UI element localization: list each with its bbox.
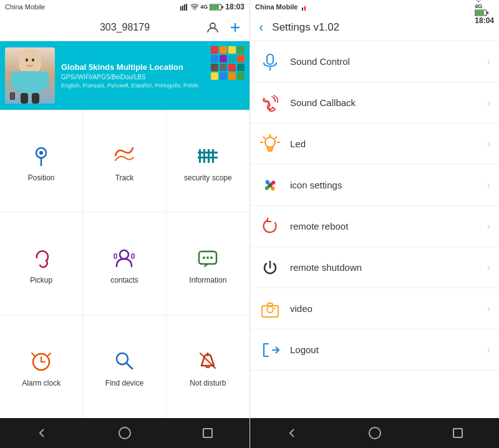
settings-item-led[interactable]: Led ›: [250, 124, 499, 165]
grid-item-alarm-clock[interactable]: Alarm clock: [0, 316, 83, 418]
sound-control-icon: [259, 51, 281, 73]
top-bar-right: ‹ Settings v1.02: [250, 14, 499, 41]
home-nav-icon-right[interactable]: [367, 426, 382, 441]
information-icon: [193, 243, 222, 272]
not-disturb-icon: [193, 346, 222, 375]
svg-point-33: [206, 256, 209, 259]
alarm-clock-icon: [27, 346, 56, 375]
svg-rect-17: [42, 71, 49, 89]
svg-point-8: [210, 23, 215, 28]
settings-title: Settings v1.02: [272, 21, 339, 34]
recents-nav-icon-right[interactable]: [450, 426, 465, 441]
status-icons-left: 4G 18:03: [180, 2, 245, 11]
remote-reboot-icon: [259, 215, 281, 238]
svg-rect-45: [304, 7, 306, 11]
svg-point-4: [194, 9, 196, 11]
security-scope-icon: [193, 141, 222, 170]
svg-rect-3: [186, 4, 187, 11]
svg-point-65: [268, 183, 272, 187]
grid-item-position[interactable]: Position: [0, 110, 83, 213]
logout-label: Logout: [290, 344, 478, 355]
contacts-label: contacts: [110, 276, 138, 285]
svg-rect-27: [198, 157, 218, 158]
logout-arrow: ›: [487, 344, 490, 356]
grid-item-security-scope[interactable]: security scope: [167, 110, 250, 213]
svg-point-67: [267, 306, 273, 313]
remote-shutdown-arrow: ›: [487, 262, 490, 273]
recents-nav-icon[interactable]: [200, 426, 215, 441]
led-icon: [259, 133, 281, 155]
time-left: 18:03: [225, 2, 245, 11]
settings-item-sound-control[interactable]: Sound Control ›: [250, 41, 499, 82]
svg-point-15: [32, 59, 34, 62]
status-bar-left: China Mobile 4G 18:03: [0, 0, 250, 14]
icon-settings-arrow: ›: [487, 180, 490, 191]
track-icon: [110, 141, 138, 170]
nav-bar-right: [250, 418, 499, 448]
home-nav-icon[interactable]: [117, 426, 132, 441]
sound-callback-icon: [259, 92, 281, 114]
back-nav-icon[interactable]: [34, 426, 49, 441]
grid-item-contacts[interactable]: contacts: [83, 213, 166, 315]
logout-icon: [259, 339, 281, 361]
svg-line-61: [264, 137, 265, 138]
svg-rect-23: [203, 149, 205, 163]
back-nav-icon-right[interactable]: [284, 426, 299, 441]
svg-rect-16: [11, 71, 17, 89]
settings-item-logout[interactable]: Logout ›: [250, 329, 499, 371]
grid-item-pickup[interactable]: Pickup: [0, 213, 83, 315]
svg-rect-6: [210, 5, 219, 9]
settings-item-video[interactable]: video ›: [250, 288, 499, 329]
grid-item-not-disturb[interactable]: Not disturb: [167, 316, 250, 418]
sound-control-label: Sound Control: [290, 56, 478, 67]
grid-item-information[interactable]: Information: [167, 213, 250, 315]
icon-settings-icon: [259, 174, 281, 197]
svg-point-69: [274, 307, 276, 309]
video-arrow: ›: [487, 303, 490, 314]
sound-callback-arrow: ›: [487, 97, 490, 109]
svg-point-34: [210, 256, 213, 259]
carrier-right: China Mobile: [255, 3, 309, 11]
svg-rect-46: [304, 6, 306, 7]
svg-rect-1: [182, 6, 183, 11]
left-panel: China Mobile 4G 18:03 303_98179: [0, 0, 250, 448]
contacts-icon: [110, 243, 138, 272]
svg-rect-29: [114, 254, 117, 258]
svg-rect-25: [212, 149, 214, 163]
information-label: Information: [189, 276, 226, 285]
led-label: Led: [290, 139, 478, 149]
svg-point-42: [119, 427, 130, 439]
svg-rect-44: [302, 7, 303, 11]
add-icon[interactable]: [228, 21, 242, 34]
svg-point-57: [265, 137, 275, 147]
grid-item-track[interactable]: Track: [83, 110, 166, 213]
back-button[interactable]: ‹: [259, 19, 263, 36]
status-bar-right: China Mobile 4G 18:04: [250, 0, 499, 14]
banner-child-image: [5, 47, 55, 104]
pickup-label: Pickup: [30, 276, 52, 285]
sound-control-arrow: ›: [487, 56, 490, 67]
svg-rect-24: [208, 149, 210, 163]
network-type-left: 4G: [200, 4, 208, 10]
settings-item-icon-settings[interactable]: icon settings ›: [250, 165, 499, 206]
remote-shutdown-icon: [259, 256, 281, 279]
security-scope-label: security scope: [184, 173, 232, 182]
icon-settings-label: icon settings: [290, 180, 478, 190]
video-icon: [259, 298, 281, 320]
svg-point-71: [369, 427, 380, 439]
settings-item-remote-shutdown[interactable]: remote shutdown ›: [250, 247, 499, 288]
svg-rect-30: [132, 254, 134, 258]
svg-rect-26: [198, 152, 218, 153]
svg-rect-7: [222, 6, 223, 8]
not-disturb-label: Not disturb: [190, 379, 226, 387]
settings-item-sound-callback[interactable]: Sound Callback ›: [250, 82, 499, 124]
settings-item-remote-reboot[interactable]: remote reboot ›: [250, 206, 499, 247]
top-bar-actions: [206, 21, 242, 34]
svg-point-28: [120, 250, 128, 259]
led-arrow: ›: [487, 139, 490, 150]
svg-line-39: [126, 363, 132, 369]
profile-icon[interactable]: [206, 21, 220, 34]
grid-item-find-device[interactable]: Find device: [83, 316, 166, 418]
carrier-left: China Mobile: [5, 3, 45, 11]
svg-point-51: [478, 1, 480, 2]
